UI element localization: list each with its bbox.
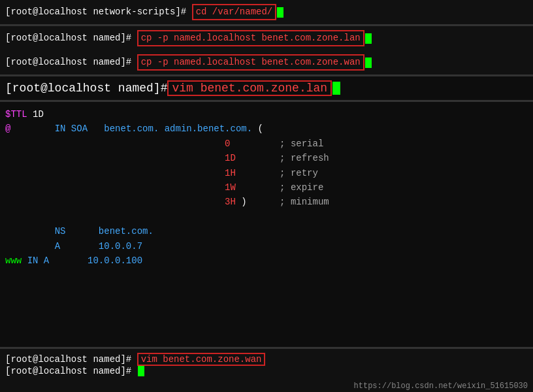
vim-soa-sp2	[65, 122, 71, 136]
vim-a-line: A 10.0.0.7	[5, 239, 528, 253]
vim-soa-sp5	[252, 122, 257, 136]
vim-soa-admin: admin.benet.com.	[165, 122, 252, 136]
vim-www-sp3	[49, 253, 88, 268]
url-text: https://blog.csdn.net/weixin_51615030	[354, 382, 528, 391]
vim-soa-domain: benet.com.	[104, 122, 159, 136]
vim-ns-indent	[5, 224, 55, 238]
cmd-box-1: cd /var/named/	[192, 4, 277, 20]
terminal: [root@localhost network-scripts]# cd /va…	[0, 0, 533, 392]
vim-retry-comment: ; retry	[280, 166, 318, 180]
vim-a-sp	[60, 239, 99, 253]
vim-www-a: A	[44, 253, 49, 268]
vim-minimum-sp2	[247, 195, 280, 209]
vim-www-ip: 10.0.0.100	[88, 253, 142, 268]
cursor-6	[138, 366, 144, 376]
vim-refresh-sp	[236, 151, 280, 165]
prompt-3: [root@localhost named]#	[5, 56, 137, 69]
vim-a-ip: 10.0.0.7	[99, 239, 142, 253]
cmd-box-2: cp -p named.localhost benet.com.zone.lan	[137, 30, 364, 46]
vim-serial-sp	[230, 137, 280, 151]
prompt-1: [root@localhost network-scripts]#	[5, 5, 192, 19]
vim-serial-comment: ; serial	[280, 137, 323, 151]
vim-a-type: A	[55, 239, 60, 253]
vim-minimum-sp1	[236, 195, 241, 209]
vim-soa-in: IN	[55, 122, 66, 136]
vim-soa-sp3	[88, 122, 104, 136]
vim-ttl-space	[27, 107, 33, 122]
vim-soa-at: @	[5, 122, 10, 136]
vim-soa-sp1	[10, 122, 54, 136]
vim-ttl-value: 1D	[33, 107, 44, 122]
vim-refresh-val: 1D	[225, 151, 236, 165]
url-bar: https://blog.csdn.net/weixin_51615030	[0, 380, 533, 392]
vim-minimum-indent	[5, 195, 225, 209]
vim-www-in: IN	[27, 253, 39, 268]
vim-retry-indent	[5, 166, 225, 180]
vim-content: $TTL 1D @ IN SOA benet.com. admin.benet.…	[0, 102, 533, 347]
section-cp-lan: [root@localhost named]# cp -p named.loca…	[0, 26, 533, 50]
vim-blank-line	[5, 210, 528, 224]
cmd-box-3: cp -p named.localhost benet.com.zone.wan	[137, 54, 364, 71]
vim-expire-sp	[236, 180, 280, 195]
vim-retry-line: 1H ; retry	[5, 166, 528, 180]
vim-refresh-line: 1D ; refresh	[5, 151, 528, 165]
vim-ns-type: NS	[55, 224, 66, 238]
vim-minimum-close: )	[241, 195, 246, 209]
cmd-line-3: [root@localhost named]# cp -p named.loca…	[5, 54, 528, 71]
vim-soa-paren: (	[258, 122, 263, 136]
vim-ns-sp	[65, 224, 98, 238]
vim-ns-domain: benet.com.	[99, 224, 153, 238]
cmd-line-1: [root@localhost network-scripts]# cd /va…	[5, 4, 528, 20]
vim-www-prefix: www	[5, 253, 22, 268]
vim-retry-sp	[236, 166, 280, 180]
vim-expire-comment: ; expire	[280, 180, 323, 195]
cmd-box-4: vim benet.com.zone.lan	[167, 80, 332, 96]
vim-ttl-label: $TTL	[5, 107, 27, 122]
vim-www-sp1	[22, 253, 27, 268]
vim-a-indent	[5, 239, 55, 253]
vim-minimum-line: 3H ) ; minimum	[5, 195, 528, 209]
cmd-line-6: [root@localhost named]#	[5, 366, 528, 376]
cursor-4	[332, 82, 340, 95]
vim-ttl-line: $TTL 1D	[5, 107, 528, 122]
vim-www-sp2	[38, 253, 43, 268]
section-cp-wan: [root@localhost named]# cp -p named.loca…	[0, 50, 533, 74]
vim-soa-sp4	[159, 122, 164, 136]
vim-minimum-comment: ; minimum	[280, 195, 329, 209]
prompt-5: [root@localhost named]#	[5, 354, 137, 365]
vim-serial-indent	[5, 137, 225, 151]
vim-refresh-comment: ; refresh	[280, 151, 329, 165]
vim-www-line: www IN A 10.0.0.100	[5, 253, 528, 268]
cmd-line-2: [root@localhost named]# cp -p named.loca…	[5, 30, 528, 46]
cursor-3	[365, 57, 372, 68]
vim-ns-line: NS benet.com.	[5, 224, 528, 238]
vim-serial-line: 0 ; serial	[5, 137, 528, 151]
bottom-section: [root@localhost named]# vim benet.com.zo…	[0, 349, 533, 380]
vim-expire-line: 1W ; expire	[5, 180, 528, 195]
prompt-2: [root@localhost named]#	[5, 31, 137, 45]
vim-refresh-indent	[5, 151, 225, 165]
cmd-box-5: vim benet.com.zone.wan	[137, 353, 266, 366]
vim-retry-val: 1H	[225, 166, 236, 180]
section-vim-header: [root@localhost named]# vim benet.com.zo…	[0, 76, 533, 100]
cmd-line-5: [root@localhost named]# vim benet.com.zo…	[5, 353, 528, 366]
prompt-6: [root@localhost named]#	[5, 366, 137, 376]
cursor-1	[277, 7, 283, 18]
vim-expire-val: 1W	[225, 180, 236, 195]
section-cd: [root@localhost network-scripts]# cd /va…	[0, 0, 533, 24]
vim-soa-line: @ IN SOA benet.com. admin.benet.com. (	[5, 122, 528, 136]
vim-expire-indent	[5, 180, 225, 195]
vim-soa-type: SOA	[71, 122, 88, 136]
vim-minimum-val: 3H	[225, 195, 236, 209]
cursor-2	[365, 33, 372, 44]
prompt-4: [root@localhost named]#	[5, 82, 167, 95]
vim-serial-val: 0	[225, 137, 230, 151]
